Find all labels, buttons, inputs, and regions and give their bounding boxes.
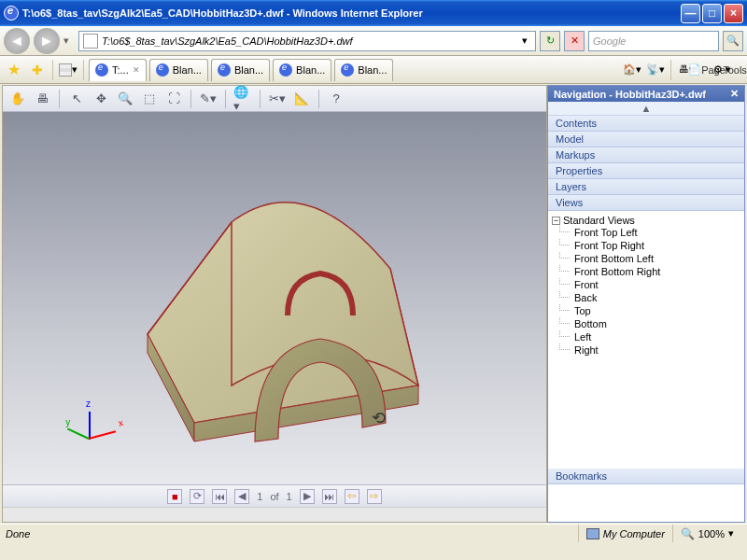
tree-root[interactable]: − Standard Views — [552, 215, 740, 226]
favorites-button[interactable]: ★ — [4, 60, 24, 80]
tab-item[interactable]: Blan... — [149, 59, 208, 81]
search-placeholder: Google — [593, 35, 626, 47]
help-button[interactable]: ? — [327, 90, 345, 108]
ie-icon — [156, 63, 169, 77]
zoom-window-button[interactable]: ⬚ — [140, 90, 159, 108]
zoom-level: 100% — [698, 528, 725, 539]
section-markups[interactable]: Markups — [548, 147, 744, 163]
panel-close-icon[interactable]: ✕ — [730, 88, 739, 100]
prev-page-button[interactable]: ◀ — [234, 489, 249, 504]
grid-icon — [59, 63, 72, 77]
y-axis-icon — [67, 428, 90, 440]
print-button[interactable]: 🖶 — [33, 90, 51, 108]
security-zone[interactable]: My Computer — [578, 525, 672, 542]
refresh-page-button[interactable]: ⟳ — [190, 489, 204, 504]
view-item[interactable]: Right — [552, 343, 740, 357]
stop-page-button[interactable]: ■ — [167, 489, 182, 504]
status-text: Done — [6, 528, 578, 539]
add-favorite-button[interactable]: ✚ — [27, 60, 48, 80]
panel-collapse-button[interactable]: ▲ — [548, 102, 744, 116]
section-layers[interactable]: Layers — [548, 179, 744, 195]
page-icon — [83, 34, 98, 49]
tab-current[interactable]: T:...✕ — [89, 59, 147, 81]
last-page-button[interactable]: ⏭ — [322, 489, 337, 504]
separator — [260, 90, 261, 108]
address-dropdown-icon[interactable]: ▾ — [518, 35, 531, 47]
separator — [59, 90, 60, 108]
separator — [190, 90, 191, 108]
section-views[interactable]: Views — [548, 195, 744, 211]
section-model[interactable]: Model — [548, 132, 744, 147]
select-button[interactable]: ↖ — [67, 90, 86, 108]
tabs-toolbar: ★ ✚ ▾ T:...✕ Blan... Blan... Blan... Bla… — [0, 56, 747, 84]
views-tree: − Standard Views Front Top Left Front To… — [548, 211, 744, 360]
nav-fwd-button[interactable]: ⇨ — [367, 489, 382, 504]
separator — [318, 90, 319, 108]
nav-history-dropdown[interactable]: ▾ — [63, 35, 75, 47]
section-contents[interactable]: Contents — [548, 116, 744, 132]
pan-button[interactable]: ✋ — [8, 90, 27, 108]
navigation-panel: Navigation - HobbitHaz3D+.dwf ✕ ▲ Conten… — [547, 85, 745, 523]
pan-tool-button[interactable]: ✥ — [92, 90, 110, 108]
section-button[interactable]: ✂▾ — [268, 90, 287, 108]
panel-titlebar: Navigation - HobbitHaz3D+.dwf ✕ — [548, 86, 744, 102]
measure-button[interactable]: 📐 — [292, 90, 311, 108]
tab-close-icon[interactable]: ✕ — [133, 65, 140, 75]
refresh-button[interactable]: ↻ — [540, 31, 560, 51]
maximize-button[interactable]: □ — [702, 4, 722, 23]
view-item[interactable]: Top — [552, 304, 740, 317]
tree-collapse-icon[interactable]: − — [552, 217, 560, 225]
tab-item[interactable]: Blan... — [211, 59, 270, 81]
ie-icon — [279, 63, 292, 77]
nav-back-button[interactable]: ⇦ — [345, 489, 359, 504]
search-button[interactable]: 🔍 — [723, 31, 743, 51]
plus-icon: ✚ — [32, 63, 43, 77]
zoom-button[interactable]: 🔍 — [116, 90, 134, 108]
tab-item[interactable]: Blan... — [334, 59, 393, 81]
back-button[interactable]: ◄ — [4, 28, 30, 54]
view-item[interactable]: Front — [552, 278, 740, 291]
view-item[interactable]: Front Top Right — [552, 239, 740, 252]
tools-menu[interactable]: ⚙Tools▾ — [723, 60, 743, 80]
forward-button[interactable]: ► — [34, 28, 60, 54]
tab-item[interactable]: Blan... — [273, 59, 331, 81]
address-bar[interactable]: T:\o6$_8tas_tav\SzgAlk2\Ea5_CAD\HobbitHa… — [78, 31, 536, 51]
zoom-icon: 🔍 — [681, 527, 695, 540]
section-properties[interactable]: Properties — [548, 163, 744, 179]
search-input[interactable]: Google — [588, 31, 719, 51]
home-button[interactable]: 🏠▾ — [622, 60, 642, 80]
zoom-control[interactable]: 🔍 100%▾ — [672, 525, 741, 542]
panel-title: Navigation - HobbitHaz3D+.dwf — [554, 89, 730, 100]
orbit-cursor-icon: ⟲ — [372, 408, 386, 428]
axis-triad — [78, 400, 124, 447]
section-bookmarks[interactable]: Bookmarks — [548, 469, 744, 484]
fit-button[interactable]: ⛶ — [164, 90, 183, 108]
orbit-button[interactable]: 🌐▾ — [233, 90, 252, 108]
stop-button[interactable]: ✕ — [564, 31, 585, 51]
separator — [52, 60, 53, 80]
window-titlebar: T:\o6$_8tas_tav\SzgAlk2\Ea5_CAD\HobbitHa… — [0, 0, 747, 26]
markup-button[interactable]: ✎▾ — [199, 90, 218, 108]
quick-tabs-button[interactable]: ▾ — [58, 60, 78, 80]
view-item[interactable]: Left — [552, 330, 740, 343]
minimize-button[interactable]: — — [681, 4, 700, 23]
view-item[interactable]: Front Bottom Right — [552, 265, 740, 278]
computer-icon — [586, 528, 599, 539]
separator — [225, 90, 226, 108]
view-item[interactable]: Bottom — [552, 317, 740, 330]
view-item[interactable]: Front Bottom Left — [552, 252, 740, 265]
3d-canvas[interactable]: ⟲ — [3, 112, 546, 484]
separator — [670, 60, 671, 80]
view-item[interactable]: Front Top Left — [552, 226, 740, 239]
page-current: 1 — [257, 491, 262, 502]
first-page-button[interactable]: ⏮ — [212, 489, 227, 504]
next-page-button[interactable]: ▶ — [300, 489, 315, 504]
page-of-label: of — [270, 491, 278, 502]
star-icon: ★ — [7, 61, 21, 78]
view-item[interactable]: Back — [552, 291, 740, 304]
horizontal-scrollbar[interactable] — [3, 507, 546, 522]
feeds-button[interactable]: 📡▾ — [645, 60, 666, 80]
page-total: 1 — [287, 491, 292, 502]
close-button[interactable]: × — [724, 4, 743, 23]
separator — [83, 60, 84, 80]
